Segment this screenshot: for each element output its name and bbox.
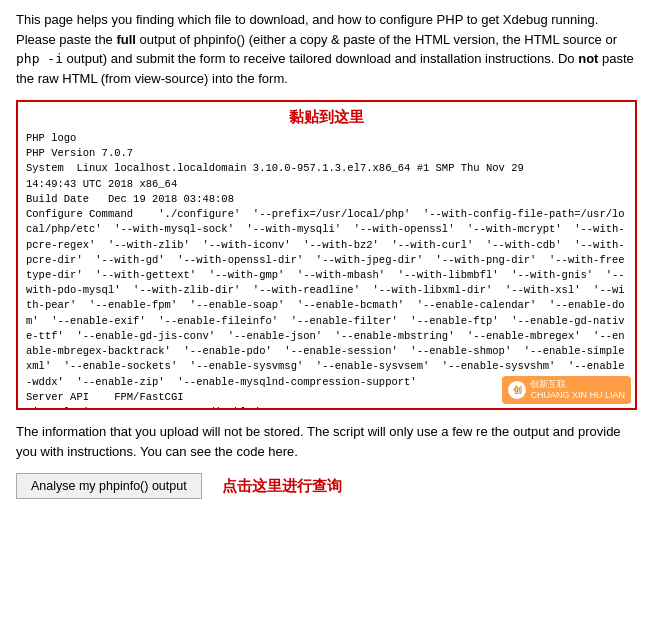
intro-paragraph: This page helps you finding which file t… [16, 10, 637, 88]
intro-text-2: output of phpinfo() (either a copy & pas… [136, 32, 617, 47]
intro-code-php-i: php -i [16, 51, 63, 66]
info-text: The information that you upload will not… [16, 422, 637, 461]
intro-bold-full: full [116, 32, 136, 47]
watermark-label: 创新互联 CHUANG XIN HU LIAN [530, 379, 625, 401]
phpinfo-box: 黏贴到这里 PHP logo PHP Version 7.0.7 System … [16, 100, 637, 410]
cta-text: 点击这里进行查询 [222, 477, 342, 496]
analyse-button[interactable]: Analyse my phpinfo() output [16, 473, 202, 499]
bottom-row: Analyse my phpinfo() output 点击这里进行查询 [16, 473, 637, 499]
intro-text-3: output) and submit the form to receive t… [63, 51, 578, 66]
watermark: 创 创新互联 CHUANG XIN HU LIAN [502, 376, 631, 404]
phpinfo-content[interactable]: PHP logo PHP Version 7.0.7 System Linux … [26, 131, 627, 410]
watermark-icon: 创 [508, 381, 526, 399]
intro-bold-not: not [578, 51, 598, 66]
phpinfo-title: 黏贴到这里 [26, 108, 627, 127]
